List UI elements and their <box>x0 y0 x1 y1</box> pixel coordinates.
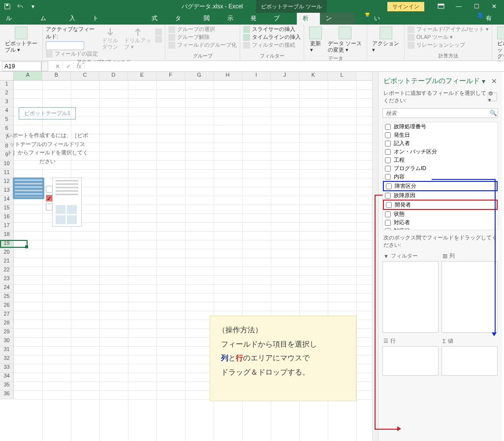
field-item[interactable]: 記入者 <box>383 139 498 147</box>
row-header[interactable]: 33 <box>0 364 14 373</box>
row-header[interactable]: 34 <box>0 373 14 382</box>
field-checkbox[interactable] <box>385 174 391 180</box>
save-icon[interactable] <box>3 2 12 11</box>
qat-customize-icon[interactable]: ▾ <box>29 2 37 11</box>
row-header[interactable]: 25 <box>0 293 14 302</box>
signin-button[interactable]: サインイン <box>387 2 424 11</box>
name-box-dropdown[interactable] <box>41 61 48 71</box>
cell-grid[interactable]: 1234567891011121314151617181920212223242… <box>0 81 372 441</box>
pane-close-icon[interactable]: ✕ <box>491 77 497 85</box>
field-item[interactable]: プログラムID <box>383 164 498 173</box>
column-header[interactable]: G <box>185 72 214 80</box>
row-header[interactable]: 20 <box>0 249 14 258</box>
row-header[interactable]: 1 <box>0 81 14 89</box>
field-item[interactable]: 開発者 <box>383 200 498 210</box>
field-settings-button[interactable]: フィールドの設定 <box>46 50 98 58</box>
field-search-input[interactable] <box>383 110 489 116</box>
field-item[interactable]: 状態 <box>383 210 498 218</box>
insert-slicer-button[interactable]: スライサーの挿入 <box>243 26 301 33</box>
drilldown-button[interactable]: ドリル ダウン <box>100 26 120 51</box>
row-header[interactable]: 3 <box>0 98 14 107</box>
chevron-down-icon[interactable]: ▾ <box>482 77 485 85</box>
ribbon-display-icon[interactable] <box>433 0 449 12</box>
pivottable-button[interactable]: ピボットテー ブル ▾ <box>3 26 39 54</box>
field-checkbox[interactable] <box>385 166 391 172</box>
field-item[interactable]: 障害区分 <box>383 181 498 191</box>
field-checkbox[interactable] <box>385 211 391 217</box>
change-datasource-button[interactable]: データ ソース の変更 ▾ <box>326 26 364 54</box>
field-item[interactable]: 故障処理番号 <box>383 122 498 131</box>
field-item[interactable]: 対応日 <box>383 227 498 230</box>
selected-cell[interactable] <box>0 240 28 248</box>
drillup-button[interactable]: ドリルアッ プ ▾ <box>122 26 153 51</box>
formula-input[interactable] <box>85 61 504 71</box>
field-search[interactable]: 🔍 <box>382 108 498 118</box>
column-header[interactable]: K <box>299 72 328 80</box>
column-header[interactable]: C <box>71 72 99 80</box>
area-row[interactable]: ☰行 <box>382 336 439 376</box>
row-header[interactable]: 28 <box>0 320 14 328</box>
cancel-formula-icon[interactable]: ✕ <box>52 61 63 71</box>
row-header[interactable]: 22 <box>0 266 14 275</box>
area-column[interactable]: ▥列 <box>441 251 498 333</box>
insert-timeline-button[interactable]: タイムラインの挿入 <box>243 33 301 41</box>
area-values[interactable]: Σ値 <box>441 336 498 376</box>
enter-formula-icon[interactable]: ✓ <box>63 61 74 71</box>
column-header[interactable]: L <box>328 72 356 80</box>
search-icon[interactable]: 🔍 <box>489 110 498 117</box>
worksheet[interactable]: ABCDEFGHIJKL 123456789101112131415161718… <box>0 72 372 441</box>
field-checkbox[interactable] <box>385 149 391 155</box>
area-filter[interactable]: ▼フィルター <box>382 251 439 333</box>
column-header[interactable]: B <box>42 72 71 80</box>
fx-icon[interactable]: fx <box>74 61 85 71</box>
field-item[interactable]: 発生日 <box>383 131 498 139</box>
field-list[interactable]: 故障処理番号発生日記入者オン・バッチ区分工程プログラムID内容障害区分故障原因開… <box>382 122 498 230</box>
row-header[interactable]: 35 <box>0 382 14 390</box>
row-header[interactable]: 30 <box>0 337 14 346</box>
minimize-icon[interactable]: — <box>451 0 467 12</box>
field-checkbox[interactable] <box>385 141 391 147</box>
field-checkbox[interactable] <box>386 183 392 189</box>
select-all-corner[interactable] <box>0 72 14 80</box>
actions-button[interactable]: アクション ▾ <box>370 26 401 54</box>
maximize-icon[interactable]: ☐ <box>469 0 484 12</box>
row-header[interactable]: 2 <box>0 89 14 98</box>
refresh-button[interactable]: 更新 ▾ <box>307 26 324 54</box>
field-checkbox[interactable] <box>385 157 391 163</box>
expand-button[interactable] <box>155 29 162 35</box>
field-pane-settings-icon[interactable]: ⚙ ▾ <box>488 92 497 101</box>
collapse-button[interactable] <box>155 36 162 43</box>
active-field-input[interactable] <box>46 41 84 50</box>
row-header[interactable]: 18 <box>0 231 14 240</box>
row-header[interactable]: 26 <box>0 302 14 311</box>
field-item[interactable]: オン・バッチ区分 <box>383 147 498 156</box>
row-header[interactable]: 21 <box>0 258 14 266</box>
fill-handle[interactable] <box>25 245 28 248</box>
field-item[interactable]: 工程 <box>383 156 498 164</box>
name-box[interactable] <box>2 61 41 71</box>
filter-connections-button: フィルターの接続 <box>243 41 301 49</box>
column-header[interactable]: E <box>128 72 157 80</box>
column-header[interactable]: I <box>242 72 271 80</box>
field-checkbox[interactable] <box>386 202 392 208</box>
field-item[interactable]: 故障原因 <box>383 191 498 200</box>
column-header[interactable]: A <box>14 72 42 80</box>
field-checkbox[interactable] <box>385 124 391 130</box>
row-header[interactable]: 24 <box>0 284 14 293</box>
column-header[interactable]: J <box>271 72 299 80</box>
row-header[interactable]: 32 <box>0 355 14 364</box>
column-header[interactable]: F <box>157 72 185 80</box>
row-header[interactable]: 31 <box>0 346 14 355</box>
row-header[interactable]: 29 <box>0 328 14 337</box>
row-header[interactable]: 36 <box>0 390 14 399</box>
column-header[interactable]: H <box>214 72 242 80</box>
column-header[interactable]: D <box>99 72 128 80</box>
close-icon[interactable]: ✕ <box>486 0 502 12</box>
undo-icon[interactable] <box>16 2 25 11</box>
row-header[interactable]: 23 <box>0 275 14 284</box>
field-checkbox[interactable] <box>385 193 391 199</box>
field-item[interactable]: 対応者 <box>383 218 498 227</box>
row-header[interactable]: 27 <box>0 311 14 320</box>
field-checkbox[interactable] <box>385 220 391 226</box>
field-checkbox[interactable] <box>385 132 391 138</box>
